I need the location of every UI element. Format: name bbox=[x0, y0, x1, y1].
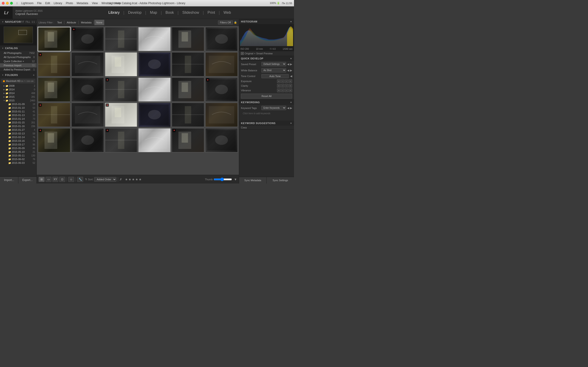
export-button[interactable]: Export... bbox=[18, 177, 36, 184]
grid-cell-12[interactable] bbox=[205, 52, 238, 77]
sort-direction-asc[interactable]: ⇅ bbox=[85, 178, 87, 181]
keyword-suggestions-collapse[interactable]: ▼ bbox=[290, 122, 292, 125]
menu-file[interactable]: File bbox=[37, 2, 42, 5]
grid-cell-15[interactable]: ✕ bbox=[105, 77, 138, 102]
grid-cell-6[interactable] bbox=[205, 27, 238, 51]
folder-item[interactable]: 📁 2015-03-17 96 bbox=[0, 143, 36, 146]
grid-cell-20[interactable] bbox=[71, 102, 104, 127]
menu-library[interactable]: Library bbox=[54, 2, 62, 5]
hard-drive-item[interactable]: Macintosh HD 29.7 / 233 GB bbox=[1, 79, 35, 83]
keyword-click-hint[interactable]: Click here to add keywords bbox=[241, 111, 272, 116]
tone-arrow[interactable]: ◀ bbox=[290, 75, 292, 78]
menu-photo[interactable]: Photo bbox=[66, 2, 73, 5]
filter-metadata-button[interactable]: Metadata bbox=[79, 20, 93, 25]
menu-app[interactable]: Lightroom bbox=[21, 2, 33, 5]
folder-item[interactable]: 📁 2015-06-02 76 bbox=[0, 157, 36, 161]
folder-item[interactable]: ▶ 📁 2014 498 bbox=[0, 91, 36, 95]
folder-item[interactable]: 📁 2015-05-09 46 bbox=[0, 146, 36, 150]
reset-all-button[interactable]: Reset All bbox=[241, 94, 292, 99]
folder-item[interactable]: ▼ 📁 2015 2460 bbox=[0, 99, 36, 102]
close-button[interactable] bbox=[2, 2, 5, 5]
sort-select[interactable]: Added Order bbox=[94, 177, 116, 182]
spray-tool-button[interactable]: 🔧 bbox=[77, 177, 83, 182]
wb-next-arrow[interactable]: ▶ bbox=[290, 69, 292, 72]
folder-item[interactable]: 📁 2015-01-15 261 bbox=[0, 121, 36, 124]
filters-off-button[interactable]: Filters Off bbox=[218, 20, 233, 25]
folder-item[interactable]: ▶ 📁 2014 0 bbox=[0, 88, 36, 91]
auto-tone-button[interactable]: Auto Tone bbox=[261, 74, 289, 78]
clarity-inc-small[interactable]: › bbox=[285, 84, 288, 88]
saved-preset-select[interactable]: Default Settings bbox=[261, 62, 286, 66]
minimize-button[interactable] bbox=[6, 2, 9, 5]
menu-view[interactable]: View bbox=[92, 2, 98, 5]
thumbnail-size-slider[interactable] bbox=[214, 177, 232, 181]
tab-web[interactable]: Web bbox=[220, 6, 235, 19]
grid-cell-3[interactable] bbox=[105, 27, 138, 51]
grid-cell-27[interactable]: ✕ bbox=[105, 128, 138, 152]
expand-grid-button[interactable]: ▼ bbox=[234, 177, 237, 181]
vibrance-inc-small[interactable]: › bbox=[285, 89, 288, 92]
keywording-collapse[interactable]: ▼ bbox=[290, 101, 292, 104]
catalog-item-previous-import[interactable]: Previous Import 72 bbox=[0, 63, 36, 67]
grid-cell-25[interactable]: ✕ bbox=[38, 128, 70, 152]
keyword-tags-next[interactable]: ▶ bbox=[290, 106, 292, 110]
vibrance-inc-large[interactable]: » bbox=[288, 89, 292, 92]
sync-settings-button[interactable]: Sync Settings bbox=[267, 177, 294, 184]
folder-item[interactable]: ▶ 📁 2015 281 bbox=[0, 95, 36, 99]
import-button[interactable]: Import... bbox=[0, 177, 18, 184]
folder-item[interactable]: 📁 2015-03-16 74 bbox=[0, 139, 36, 143]
grid-cell-18[interactable]: ✕ bbox=[205, 77, 238, 102]
add-folder-button[interactable]: + bbox=[33, 73, 35, 77]
view-loupe-button[interactable]: ▭ bbox=[45, 177, 52, 182]
view-survey-button[interactable]: ⊡ bbox=[59, 177, 65, 182]
quick-develop-header[interactable]: Quick Develop ▼ bbox=[239, 56, 294, 61]
maximize-button[interactable] bbox=[10, 2, 13, 5]
grid-cell-29[interactable]: ✕ bbox=[172, 128, 204, 152]
grid-cell-17[interactable] bbox=[172, 77, 204, 102]
clarity-dec-large[interactable]: « bbox=[277, 84, 281, 88]
catalog-item-synced[interactable]: All Synced Photographs 0 bbox=[0, 55, 36, 59]
tab-slideshow[interactable]: Slideshow bbox=[179, 6, 203, 19]
catalog-item-quick-collection[interactable]: Quick Collection + 12 bbox=[0, 59, 36, 63]
grid-cell-9[interactable] bbox=[105, 52, 138, 77]
reject-flag-icon[interactable]: ✗ bbox=[120, 177, 122, 181]
exposure-inc-large[interactable]: » bbox=[288, 79, 292, 83]
star-3[interactable]: ★ bbox=[132, 177, 135, 181]
menu-edit[interactable]: Edit bbox=[45, 2, 50, 5]
keyword-input-area[interactable]: Click here to add keywords bbox=[239, 111, 294, 120]
grid-cell-23[interactable] bbox=[172, 102, 204, 127]
keyword-tags-select[interactable]: Enter Keywords bbox=[261, 106, 286, 110]
tab-develop[interactable]: Develop bbox=[124, 6, 145, 19]
exposure-dec-large[interactable]: « bbox=[277, 79, 281, 83]
zoom-fill[interactable]: FILL bbox=[26, 21, 30, 23]
folder-item[interactable]: 📁 2015-01-09 18 bbox=[0, 102, 36, 106]
histogram-collapse[interactable]: ▼ bbox=[290, 20, 292, 23]
preview-toggle-checkbox[interactable]: ✓ bbox=[241, 52, 244, 55]
filter-attribute-button[interactable]: Attribute bbox=[65, 20, 78, 25]
white-balance-select[interactable]: As Shot bbox=[261, 68, 286, 73]
tab-library[interactable]: Library bbox=[105, 6, 123, 19]
folder-item[interactable]: 📁 2015-01-13 10 bbox=[0, 113, 36, 117]
folder-item[interactable]: 📁 2015-02-13 58 bbox=[0, 132, 36, 135]
zoom-fit[interactable]: FIT bbox=[21, 21, 24, 23]
grid-cell-14[interactable] bbox=[71, 77, 104, 102]
folder-item[interactable]: 📁 2015-01-11 41 bbox=[0, 110, 36, 113]
clarity-dec-small[interactable]: ‹ bbox=[281, 84, 284, 88]
grid-cell-21[interactable]: ✕ bbox=[105, 102, 138, 127]
folder-item[interactable]: 📁 2015-01-27 4 bbox=[0, 128, 36, 132]
keywording-header[interactable]: Keywording ▼ bbox=[239, 100, 294, 105]
histogram-header[interactable]: Histogram ▼ bbox=[239, 19, 294, 24]
vibrance-dec-large[interactable]: « bbox=[277, 89, 281, 92]
grid-cell-2[interactable]: ✕ bbox=[71, 27, 104, 51]
folder-item[interactable]: 📁 2015-05-11 130 bbox=[0, 154, 36, 157]
zoom-1to1[interactable]: 1:1 bbox=[32, 21, 35, 23]
keyword-suggestion-item[interactable]: Сека bbox=[239, 126, 294, 129]
menu-metadata[interactable]: Metadata bbox=[77, 2, 88, 5]
catalog-item-previous-export[interactable]: Added by Previous Export 1 bbox=[0, 67, 36, 72]
exposure-dec-small[interactable]: ‹ bbox=[281, 79, 284, 83]
grid-cell-7[interactable]: ✕ bbox=[38, 52, 70, 77]
grid-cell-24[interactable] bbox=[205, 102, 238, 127]
filter-text-button[interactable]: Text bbox=[55, 20, 64, 25]
grid-cell-19[interactable]: ✕ bbox=[38, 102, 70, 127]
clarity-inc-large[interactable]: » bbox=[288, 84, 292, 88]
